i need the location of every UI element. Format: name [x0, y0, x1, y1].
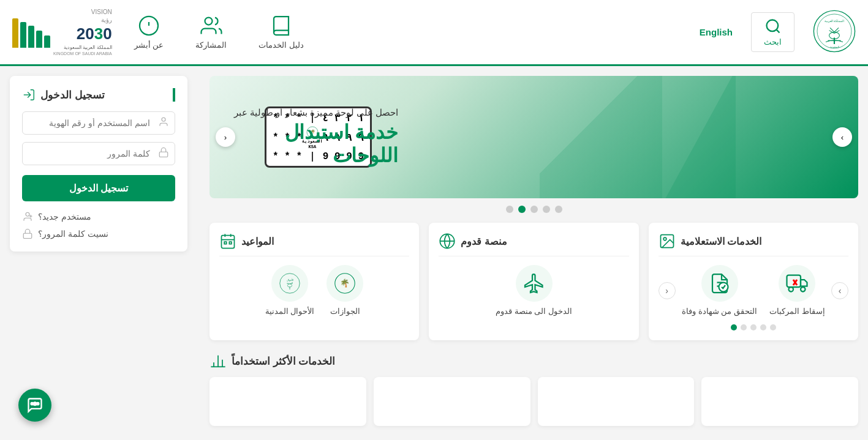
banner: ١ ٢ ٣ ٤ * * * ٩ ٩ ٩ ٩ 🌴 السع: [209, 76, 858, 198]
forgot-password-label: نسيت كلمة المرور؟: [38, 229, 108, 239]
info-next-arrow[interactable]: ‹: [659, 282, 676, 299]
qudoom-title: منصة قدوم: [461, 236, 507, 247]
banner-dot-5[interactable]: [506, 206, 513, 213]
nav-item-guide[interactable]: دليل الخدمات: [249, 10, 314, 54]
new-user-link[interactable]: مستخدم جديد؟: [22, 211, 175, 222]
informational-items-row: ›: [659, 265, 848, 316]
appointments-title: المواعيد: [241, 236, 274, 247]
svg-point-11: [766, 20, 778, 32]
svg-point-18: [663, 237, 666, 241]
most-used-item-3[interactable]: [374, 377, 530, 426]
svg-rect-32: [229, 242, 232, 244]
deco-green: [540, 76, 662, 198]
banner-container: ١ ٢ ٣ ٤ * * * ٩ ٩ ٩ ٩ 🌴 السع: [209, 76, 858, 213]
banner-title: خدمة استبدال اللوحات: [234, 121, 398, 168]
chat-button[interactable]: [18, 389, 51, 422]
chat-icon: [26, 397, 43, 414]
language-toggle[interactable]: English: [700, 27, 733, 37]
informational-title: الخدمات الاستعلامية: [681, 236, 761, 247]
info-dot-3[interactable]: [750, 324, 757, 330]
qudoom-access-label: الدخول الى منصة قدوم: [496, 307, 572, 316]
forgot-password-icon: [22, 228, 33, 239]
bar-2: [36, 31, 42, 48]
bar-1: [44, 35, 50, 48]
svg-point-52: [31, 403, 34, 405]
service-card-qudoom: منصة قدوم الدخول الى منصة: [429, 223, 638, 340]
banner-text: احصل على لوحة مميزة بشعار أو طولية عبر خ…: [234, 107, 398, 168]
banner-prev-button[interactable]: ›: [832, 127, 852, 147]
svg-text:السعودية: السعودية: [830, 45, 839, 48]
passports-label: الجوازات: [330, 307, 360, 316]
search-label: ابحث: [764, 37, 782, 47]
banner-dot-2[interactable]: [543, 206, 550, 213]
search-icon: [764, 18, 782, 35]
service-item-civil-affairs[interactable]: الأحوال المدنية الأحوال المدنية: [265, 265, 315, 316]
svg-text:🌴: 🌴: [340, 278, 350, 288]
password-input[interactable]: [22, 142, 175, 165]
most-used-item-2[interactable]: [538, 377, 695, 426]
svg-point-39: [288, 284, 292, 287]
most-used-item-4[interactable]: [209, 377, 366, 426]
forgot-password-link[interactable]: نسيت كلمة المرور؟: [22, 228, 175, 239]
info-dot-2[interactable]: [760, 324, 766, 330]
service-item-passports[interactable]: 🌴 الجوازات: [326, 265, 363, 316]
new-user-icon: [22, 211, 33, 222]
login-sidebar: تسجيل الدخول: [10, 76, 187, 426]
svg-text:الأحوال: الأحوال: [287, 278, 293, 282]
login-button[interactable]: تسجيل الدخول: [22, 175, 175, 201]
vision-title: رؤية: [101, 16, 112, 24]
login-links: مستخدم جديد؟ نسيت كلمة المرور؟: [22, 211, 175, 239]
search-button[interactable]: ابحث: [751, 12, 794, 52]
banner-dot-3[interactable]: [530, 206, 538, 213]
appointments-items: 🌴 الجوازات الأحوال المدنية: [219, 265, 409, 316]
info-dot-4[interactable]: [741, 324, 747, 330]
lock-icon: [158, 147, 169, 160]
search-services-icon: [659, 233, 676, 250]
service-item-drop-vehicle[interactable]: إسقاط المركبات: [769, 265, 825, 316]
banner-dots: [209, 206, 858, 213]
nav-item-absher[interactable]: عن أبشر: [124, 10, 174, 54]
main-content: ١ ٢ ٣ ٤ * * * ٩ ٩ ٩ ٩ 🌴 السع: [209, 76, 858, 426]
info-dot-1[interactable]: [770, 324, 776, 330]
logo[interactable]: المملكة العربية السعودية: [813, 10, 856, 55]
informational-items: إسقاط المركبات: [681, 265, 826, 316]
banner-dot-4[interactable]: [518, 206, 526, 213]
service-card-appointments: المواعيد 🌴: [209, 223, 419, 340]
header-left: دليل الخدمات المشاركة عن أبشر VISION رؤي…: [12, 8, 314, 56]
header-right: المملكة العربية السعودية ابحث English: [700, 10, 856, 55]
service-item-qudoom-access[interactable]: الدخول الى منصة قدوم: [496, 265, 572, 316]
password-input-wrap: [22, 142, 175, 165]
most-used-grid: [209, 377, 858, 426]
login-title-text: تسجيل الدخول: [40, 89, 105, 102]
drop-vehicle-icon-wrap: [779, 265, 815, 302]
most-used-item-1[interactable]: [701, 377, 858, 426]
info-dots: [659, 324, 848, 330]
death-cert-label: التحقق من شهادة وفاة: [682, 307, 757, 316]
user-icon: [158, 116, 169, 130]
vision-logo: VISION رؤية 2030 المملكة العربية السعودي…: [12, 8, 112, 56]
civil-affairs-icon-wrap: الأحوال المدنية: [271, 265, 308, 302]
nav-item-participation[interactable]: المشاركة: [186, 10, 236, 54]
banner-dot-1[interactable]: [555, 206, 562, 213]
svg-rect-27: [222, 236, 235, 248]
death-cert-icon: [709, 272, 731, 294]
username-input[interactable]: [22, 111, 175, 135]
service-item-death-cert[interactable]: التحقق من شهادة وفاة: [682, 265, 757, 316]
vision-bars: [12, 17, 50, 48]
banner-next-button[interactable]: ‹: [216, 127, 235, 147]
svg-point-21: [801, 287, 806, 292]
login-title: تسجيل الدخول: [22, 88, 175, 102]
info-dot-5[interactable]: [731, 324, 737, 330]
bar-5: [12, 18, 18, 48]
info-prev-arrow[interactable]: ›: [831, 282, 848, 299]
civil-affairs-label: الأحوال المدنية: [265, 307, 315, 316]
svg-point-53: [37, 403, 39, 405]
nav-participation-label: المشاركة: [195, 40, 227, 50]
civil-affairs-icon: الأحوال المدنية: [279, 272, 301, 294]
informational-header: الخدمات الاستعلامية: [659, 233, 848, 256]
service-card-informational: الخدمات الاستعلامية ›: [649, 223, 858, 340]
drop-vehicle-label: إسقاط المركبات: [769, 307, 825, 316]
passports-icon-wrap: 🌴: [326, 265, 363, 302]
nav-absher-label: عن أبشر: [134, 40, 164, 50]
calendar-icon: [219, 233, 236, 250]
